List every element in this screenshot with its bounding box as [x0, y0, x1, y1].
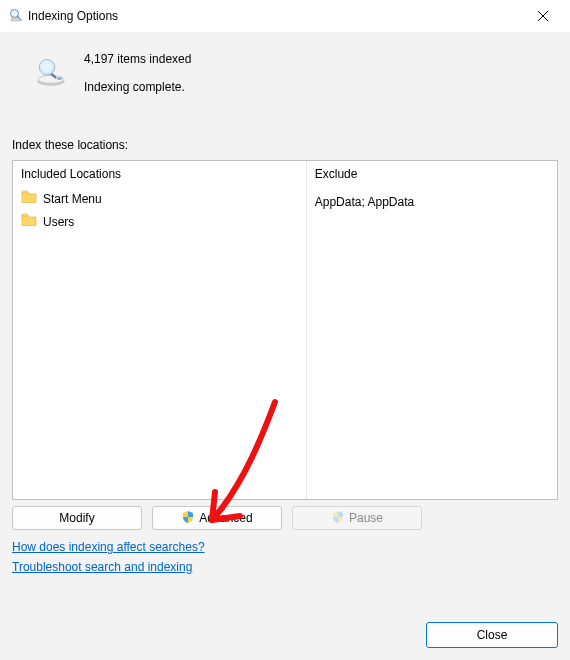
- window-body: 4,197 items indexed Indexing complete. I…: [0, 32, 570, 660]
- advanced-label: Advanced: [199, 511, 252, 525]
- location-name: Users: [43, 213, 74, 231]
- svg-rect-7: [57, 77, 62, 79]
- shield-icon: [331, 510, 345, 527]
- footer: Close: [426, 622, 558, 648]
- window-close-button[interactable]: [520, 0, 566, 32]
- status-row: 4,197 items indexed Indexing complete.: [12, 44, 558, 112]
- action-buttons: Modify Advanced: [12, 506, 558, 530]
- shield-icon: [181, 510, 195, 527]
- location-name: Start Menu: [43, 190, 102, 208]
- modify-label: Modify: [59, 511, 94, 525]
- modify-button[interactable]: Modify: [12, 506, 142, 530]
- status-text: 4,197 items indexed Indexing complete.: [84, 50, 191, 94]
- titlebar: Indexing Options: [0, 0, 570, 32]
- folder-icon: [21, 212, 37, 231]
- list-item[interactable]: Start Menu: [19, 187, 300, 210]
- close-icon: [538, 11, 548, 21]
- advanced-button[interactable]: Advanced: [152, 506, 282, 530]
- pause-button: Pause: [292, 506, 422, 530]
- indexing-options-icon: [8, 7, 24, 26]
- list-item[interactable]: Users: [19, 210, 300, 233]
- help-links: How does indexing affect searches? Troub…: [12, 540, 558, 574]
- folder-icon: [21, 189, 37, 208]
- items-indexed-count: 4,197 items indexed: [84, 52, 191, 66]
- close-label: Close: [477, 628, 508, 642]
- close-button[interactable]: Close: [426, 622, 558, 648]
- included-header: Included Locations: [19, 165, 300, 187]
- index-locations-label: Index these locations:: [12, 138, 558, 152]
- window-title: Indexing Options: [24, 9, 520, 23]
- pause-label: Pause: [349, 511, 383, 525]
- svg-rect-2: [11, 18, 20, 21]
- included-column: Included Locations Start Menu: [13, 161, 307, 499]
- locations-list[interactable]: Included Locations Start Menu: [12, 160, 558, 500]
- indexing-options-window: Indexing Options: [0, 0, 570, 660]
- indexing-state: Indexing complete.: [84, 80, 191, 94]
- exclude-value: AppData; AppData: [313, 191, 551, 213]
- svg-point-9: [42, 62, 53, 73]
- how-indexing-link[interactable]: How does indexing affect searches?: [12, 540, 205, 554]
- troubleshoot-link[interactable]: Troubleshoot search and indexing: [12, 560, 192, 574]
- exclude-column: Exclude AppData; AppData: [307, 161, 557, 499]
- indexing-status-icon: [12, 50, 68, 94]
- exclude-header: Exclude: [313, 165, 551, 187]
